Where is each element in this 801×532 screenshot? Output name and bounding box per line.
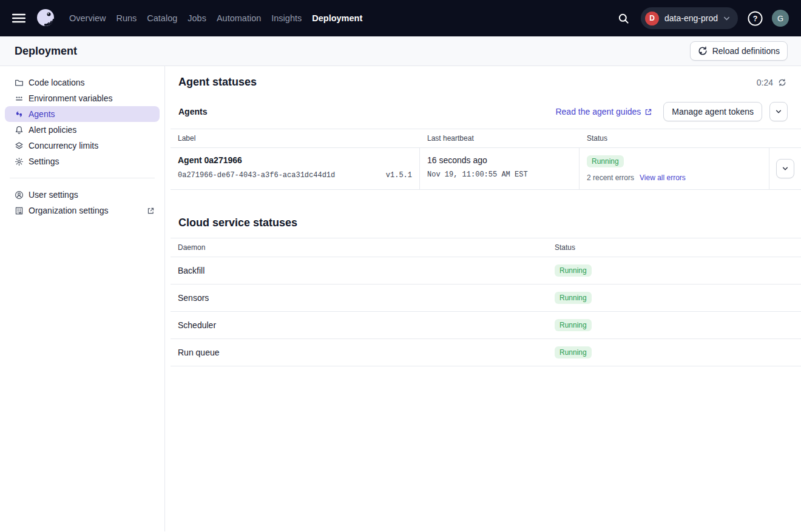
chevron-down-icon (723, 15, 730, 22)
refresh-countdown: 0:24 (757, 78, 786, 87)
daemon-name: Backfill (171, 257, 547, 284)
view-all-errors-link[interactable]: View all errors (640, 173, 686, 182)
nav-item-runs[interactable]: Runs (116, 11, 137, 25)
deployment-sidebar: Code locations Environment variables Age… (0, 66, 165, 531)
cloud-table-header: Daemon Status (171, 238, 801, 257)
refresh-button[interactable] (778, 78, 786, 87)
agents-menu-button[interactable] (769, 102, 788, 121)
main-content: Agent statuses 0:24 Agents (165, 66, 801, 531)
status-badge: Running (555, 264, 592, 277)
agent-statuses-title: Agent statuses (178, 76, 257, 89)
agent-id: 0a271966-de67-4043-a3f6-aca31dc44d1d (178, 171, 335, 180)
nav-item-overview[interactable]: Overview (69, 11, 106, 25)
cloud-service-statuses-title: Cloud service statuses (178, 217, 801, 229)
gear-icon (15, 157, 24, 166)
col-header-actions (769, 129, 801, 147)
agents-table-header: Label Last heartbeat Status (171, 129, 801, 148)
sidebar-item-environment-variables[interactable]: Environment variables (5, 90, 160, 106)
daemon-row-backfill: Backfill Running (171, 257, 801, 285)
agent-row-expand-button[interactable] (776, 159, 794, 178)
status-badge: Running (555, 319, 592, 331)
agent-row: Agent 0a271966 0a271966-de67-4043-a3f6-a… (171, 148, 801, 190)
user-avatar[interactable]: G (772, 10, 789, 27)
sidebar-item-code-locations[interactable]: Code locations (5, 75, 160, 90)
col-header-label: Label (171, 129, 420, 147)
daemon-name: Run queue (171, 339, 547, 366)
nav-item-insights[interactable]: Insights (271, 11, 302, 25)
col-header-status: Status (547, 238, 801, 257)
user-icon (15, 190, 24, 200)
chevron-down-icon (782, 166, 788, 172)
external-link-icon (147, 207, 155, 215)
col-header-daemon: Daemon (171, 238, 547, 257)
reload-icon (698, 46, 708, 56)
daemon-row-run-queue: Run queue Running (171, 339, 801, 366)
daemon-row-scheduler: Scheduler Running (171, 312, 801, 339)
help-button[interactable]: ? (746, 9, 764, 27)
agent-guides-link[interactable]: Read the agent guides (555, 107, 652, 116)
deployment-switcher[interactable]: D data-eng-prod (641, 7, 738, 29)
agents-section-label: Agents (178, 107, 207, 116)
main-nav: Overview Runs Catalog Jobs Automation In… (69, 11, 362, 25)
sidebar-item-concurrency-limits[interactable]: Concurrency limits (5, 138, 160, 153)
daemon-name: Scheduler (171, 312, 547, 338)
daemon-row-sensors: Sensors Running (171, 285, 801, 312)
countdown-value: 0:24 (757, 78, 773, 87)
chevron-down-icon (776, 109, 782, 115)
sidebar-item-settings[interactable]: Settings (5, 153, 160, 169)
external-link-icon (644, 108, 652, 116)
bell-icon (15, 126, 24, 135)
recent-errors-text: 2 recent errors (587, 173, 634, 182)
deployment-name: data-eng-prod (664, 13, 718, 23)
cloud-services-table: Daemon Status Backfill Running Sensors R… (171, 238, 801, 366)
refresh-icon (778, 78, 786, 87)
svg-text:?: ? (752, 15, 757, 23)
deployment-initial-badge: D (645, 12, 659, 25)
sidebar-item-user-settings[interactable]: User settings (5, 187, 160, 203)
status-badge: Running (587, 155, 624, 167)
env-vars-icon (15, 94, 24, 103)
sidebar-item-organization-settings[interactable]: Organization settings (5, 203, 160, 218)
folder-icon (15, 78, 24, 87)
agents-table: Label Last heartbeat Status Agent 0a2719… (171, 129, 801, 190)
hamburger-icon (12, 13, 25, 23)
dagster-logo[interactable] (34, 7, 57, 30)
sidebar-divider (10, 178, 155, 178)
heartbeat-timestamp: Nov 19, 11:00:55 AM EST (427, 170, 572, 179)
status-badge: Running (555, 292, 592, 304)
sidebar-item-agents[interactable]: Agents (5, 106, 160, 122)
page-title: Deployment (15, 45, 77, 58)
nav-item-jobs[interactable]: Jobs (188, 11, 206, 25)
heartbeat-relative: 16 seconds ago (427, 155, 572, 165)
col-header-last-heartbeat: Last heartbeat (420, 129, 580, 147)
search-icon (618, 13, 629, 24)
search-button[interactable] (613, 8, 633, 28)
agent-version: v1.5.1 (386, 171, 412, 180)
hamburger-menu-button[interactable] (10, 9, 28, 27)
sidebar-item-alert-policies[interactable]: Alert policies (5, 122, 160, 138)
manage-agent-tokens-button[interactable]: Manage agent tokens (663, 102, 762, 121)
top-nav-right: D data-eng-prod ? G (613, 7, 789, 29)
layers-icon (15, 141, 24, 150)
page-header: Deployment Reload definitions (0, 36, 801, 66)
col-header-status: Status (580, 129, 769, 147)
agent-label: Agent 0a271966 (178, 155, 412, 165)
nav-item-catalog[interactable]: Catalog (147, 11, 177, 25)
building-icon (15, 206, 24, 215)
agents-icon (15, 110, 24, 119)
reload-definitions-button[interactable]: Reload definitions (690, 41, 788, 61)
help-icon: ? (747, 10, 763, 27)
nav-item-deployment[interactable]: Deployment (312, 11, 362, 25)
status-badge: Running (555, 346, 592, 359)
top-nav: Overview Runs Catalog Jobs Automation In… (0, 0, 801, 36)
daemon-name: Sensors (171, 285, 547, 311)
nav-item-automation[interactable]: Automation (217, 11, 261, 25)
